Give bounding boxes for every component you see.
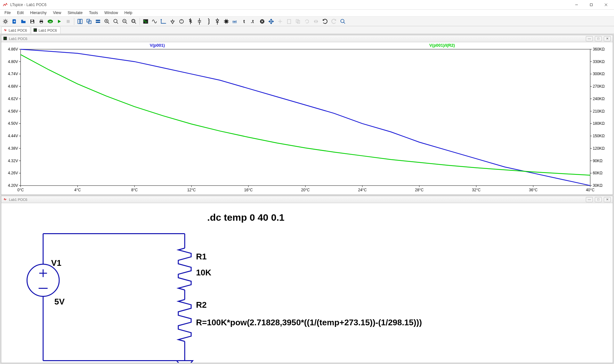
- print-button[interactable]: [37, 17, 45, 26]
- component-button[interactable]: [222, 17, 230, 26]
- pan-button[interactable]: [112, 17, 120, 26]
- waveform-icon: [143, 19, 149, 24]
- inductor-button[interactable]: [204, 17, 213, 26]
- stop-button[interactable]: [64, 17, 72, 26]
- svg-text:R=100K*pow(2.71828,3950*((1/(t: R=100K*pow(2.71828,3950*((1/(temp+273.15…: [196, 318, 422, 327]
- plot-chart[interactable]: 0°C4°C8°C12°C16°C20°C24°C28°C32°C36°C40°…: [1, 42, 613, 194]
- net-label-button[interactable]: net: [231, 17, 239, 26]
- menu-view[interactable]: View: [50, 10, 64, 16]
- plot-area[interactable]: 0°C4°C8°C12°C16°C20°C24°C28°C32°C36°C40°…: [1, 42, 613, 194]
- tile-windows-button[interactable]: [76, 17, 84, 26]
- undo-button[interactable]: [321, 17, 329, 26]
- zoom-pan-icon: [113, 19, 119, 24]
- doc-tab-waveform[interactable]: Lab1 POC6: [31, 27, 60, 34]
- svg-rect-21: [67, 20, 69, 23]
- save-button[interactable]: [28, 17, 36, 26]
- add-trace-button[interactable]: [150, 17, 159, 26]
- svg-text:120KΩ: 120KΩ: [593, 146, 605, 151]
- inductor-icon: [206, 18, 211, 25]
- new-schematic-button[interactable]: [1, 17, 10, 26]
- paste-button[interactable]: [285, 17, 293, 26]
- wire-button[interactable]: [159, 17, 168, 26]
- duplicate-button[interactable]: [294, 17, 302, 26]
- menu-simulate[interactable]: Simulate: [64, 10, 86, 16]
- svg-text:90KΩ: 90KΩ: [593, 159, 602, 163]
- schematic-tab-icon: [4, 28, 7, 33]
- plot-pane-titlebar[interactable]: Lab1 POC6 — □ ✕: [1, 35, 613, 42]
- pane-maximize-button[interactable]: □: [595, 36, 602, 41]
- schematic-canvas[interactable]: .dc temp 0 40 0.1V15VR110KR2R=100K*pow(2…: [1, 203, 613, 363]
- save-icon: [29, 19, 35, 24]
- diode-button[interactable]: [213, 17, 222, 26]
- svg-rect-14: [31, 20, 33, 21]
- schematic-drawing[interactable]: .dc temp 0 40 0.1V15VR110KR2R=100K*pow(2…: [1, 203, 613, 363]
- doc-tab-schematic[interactable]: Lab1 POC6: [1, 27, 30, 34]
- document-tabs: Lab1 POC6 Lab1 POC6: [0, 26, 614, 34]
- stop-icon: [66, 19, 71, 24]
- menu-hierarchy[interactable]: Hierarchy: [27, 10, 50, 16]
- open-button[interactable]: [19, 17, 28, 26]
- pane-minimize-button[interactable]: —: [586, 197, 593, 202]
- svg-rect-27: [96, 21, 100, 23]
- zoom-out-button[interactable]: [121, 17, 129, 26]
- zoom-in-icon: [104, 19, 110, 24]
- svg-line-11: [4, 22, 4, 23]
- new-doc-icon: [12, 19, 17, 24]
- cascade-windows-button[interactable]: [85, 17, 93, 26]
- pane-close-button[interactable]: ✕: [604, 36, 611, 41]
- menu-edit[interactable]: Edit: [14, 10, 27, 16]
- svg-text:V1: V1: [51, 258, 61, 268]
- svg-text:28°C: 28°C: [415, 188, 424, 192]
- ground-button[interactable]: [168, 17, 177, 26]
- run-icon: [57, 19, 62, 24]
- setup-sim-button[interactable]: .ac: [46, 17, 54, 26]
- menu-file[interactable]: File: [1, 10, 14, 16]
- svg-text:R2: R2: [196, 300, 206, 310]
- capacitor-button[interactable]: [195, 17, 204, 26]
- zoom-fit-button[interactable]: [130, 17, 138, 26]
- redo-button[interactable]: [330, 17, 338, 26]
- gear-icon: [3, 19, 8, 24]
- zoom-in-button[interactable]: [103, 17, 111, 26]
- pane-maximize-button[interactable]: □: [595, 197, 602, 202]
- svg-text:4.32V: 4.32V: [8, 159, 18, 163]
- resistor-button[interactable]: [186, 17, 195, 26]
- menu-window[interactable]: Window: [101, 10, 121, 16]
- delete-button[interactable]: [258, 17, 266, 26]
- close-button[interactable]: [599, 0, 613, 10]
- cascade-icon: [86, 19, 92, 24]
- svg-text:5V: 5V: [54, 297, 65, 306]
- run-button[interactable]: [55, 17, 63, 26]
- minimize-button[interactable]: [569, 0, 584, 10]
- svg-text:4°C: 4°C: [74, 188, 81, 192]
- maximize-button[interactable]: [584, 0, 599, 10]
- voltage-source-button[interactable]: +−: [177, 17, 186, 26]
- toolbar: .ac +− net t .t: [0, 17, 614, 26]
- drag-button[interactable]: [276, 17, 284, 26]
- svg-text:4.74V: 4.74V: [8, 72, 18, 76]
- drag-icon: [277, 19, 283, 24]
- chip-icon: [223, 19, 229, 24]
- find-button[interactable]: [339, 17, 347, 26]
- menu-tools[interactable]: Tools: [86, 10, 101, 16]
- text-button[interactable]: t: [240, 17, 248, 26]
- svg-text:V(p001): V(p001): [150, 43, 165, 48]
- move-icon: [268, 19, 274, 24]
- autorange-button[interactable]: [141, 17, 150, 26]
- svg-marker-72: [269, 20, 270, 22]
- schematic-pane-titlebar[interactable]: Lab1 POC6 — □ ✕: [1, 196, 613, 203]
- move-button[interactable]: [267, 17, 275, 26]
- rotate-button[interactable]: [303, 17, 311, 26]
- svg-marker-174: [177, 361, 193, 363]
- window-buttons: [569, 0, 613, 10]
- pane-minimize-button[interactable]: —: [586, 36, 593, 41]
- svg-rect-55: [225, 20, 228, 23]
- svg-text:4.68V: 4.68V: [8, 84, 18, 89]
- menu-help[interactable]: Help: [121, 10, 136, 16]
- close-window-button[interactable]: [94, 17, 102, 26]
- mirror-button[interactable]: [312, 17, 320, 26]
- spice-directive-button[interactable]: .t: [249, 17, 257, 26]
- svg-text:10K: 10K: [196, 268, 211, 277]
- pane-close-button[interactable]: ✕: [604, 197, 611, 202]
- new-symbol-button[interactable]: [10, 17, 19, 26]
